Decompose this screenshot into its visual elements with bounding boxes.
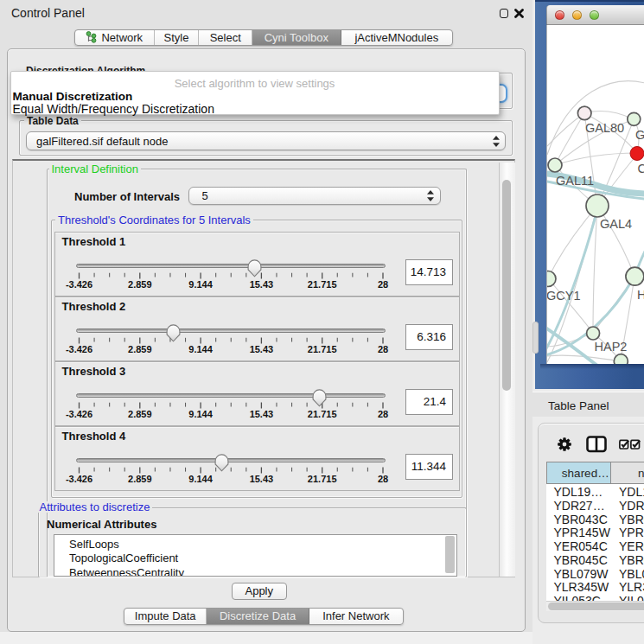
svg-text:GAL4: GAL4 bbox=[600, 216, 632, 230]
svg-text:GAL80: GAL80 bbox=[585, 120, 624, 134]
svg-text:HAP2: HAP2 bbox=[595, 340, 628, 354]
svg-text:GAL11: GAL11 bbox=[556, 173, 594, 187]
svg-text:GCY1: GCY1 bbox=[547, 288, 581, 302]
svg-text:H: H bbox=[637, 287, 644, 301]
svg-text:C: C bbox=[638, 161, 644, 175]
svg-text:GA: GA bbox=[635, 127, 644, 141]
